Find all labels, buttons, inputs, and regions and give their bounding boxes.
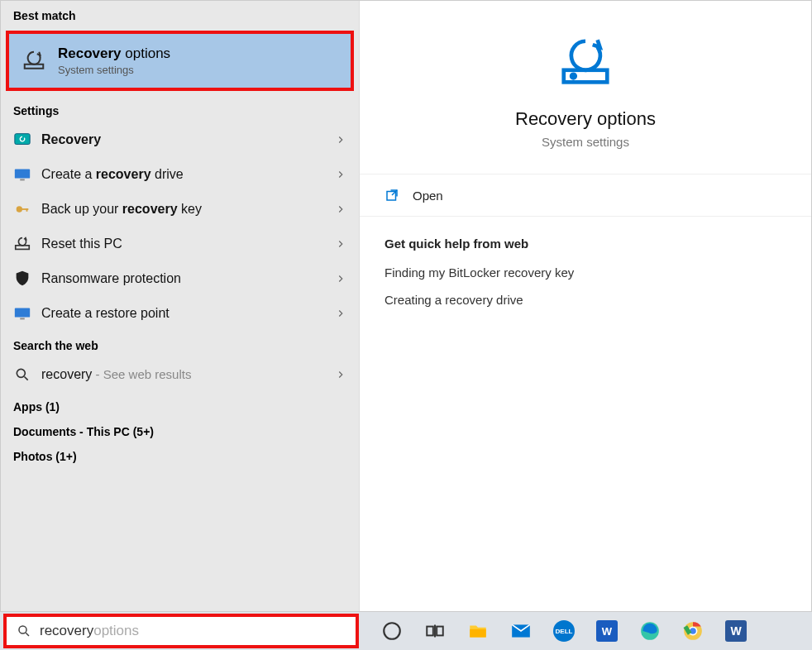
chevron-right-icon — [335, 238, 346, 250]
key-icon — [13, 200, 31, 218]
open-icon — [385, 188, 399, 203]
open-label: Open — [413, 189, 443, 203]
help-link-bitlocker[interactable]: Finding my BitLocker recovery key — [385, 265, 786, 280]
file-explorer-icon[interactable] — [461, 614, 494, 648]
preview-header: Recovery options System settings — [360, 1, 811, 174]
search-icon — [13, 366, 31, 384]
chevron-right-icon — [335, 308, 346, 319]
word-icon[interactable]: W — [719, 614, 752, 648]
search-results-pane: Best match Recovery options System setti… — [1, 1, 360, 611]
recovery-icon — [21, 49, 46, 74]
web-result-item[interactable]: recovery - See web results — [1, 357, 359, 392]
chevron-right-icon — [335, 369, 346, 380]
settings-item-backup-recovery-key[interactable]: Back up your recovery key — [1, 192, 359, 227]
search-suggestion-text: options — [93, 623, 139, 639]
reset-icon — [13, 235, 31, 253]
cortana-icon[interactable] — [375, 614, 408, 648]
best-match-header: Best match — [1, 1, 359, 27]
search-typed-text: recovery — [40, 623, 93, 639]
recovery-icon — [556, 34, 614, 92]
svg-rect-1 — [15, 170, 30, 179]
edge-icon[interactable] — [633, 614, 666, 648]
mail-icon[interactable] — [504, 614, 537, 648]
chevron-right-icon — [335, 273, 346, 284]
help-link-recovery-drive[interactable]: Creating a recovery drive — [385, 293, 786, 307]
category-apps[interactable]: Apps (1) — [1, 392, 359, 417]
shield-icon — [13, 270, 31, 288]
taskbar-icons: DELL W W — [375, 614, 752, 648]
svg-point-9 — [17, 369, 25, 377]
svg-rect-5 — [26, 208, 28, 212]
task-view-icon[interactable] — [418, 614, 451, 648]
search-icon — [17, 624, 31, 638]
help-header: Get quick help from web — [385, 237, 786, 251]
best-match-text: Recovery options System settings — [58, 45, 170, 76]
preview-title: Recovery options — [515, 108, 656, 130]
category-documents[interactable]: Documents - This PC (5+) — [1, 417, 359, 442]
recovery-color-icon — [13, 131, 31, 149]
help-section: Get quick help from web Finding my BitLo… — [360, 217, 811, 340]
dell-icon[interactable]: DELL — [547, 614, 580, 648]
svg-point-13 — [19, 626, 26, 633]
best-match-result[interactable]: Recovery options System settings — [6, 31, 354, 91]
chevron-right-icon — [335, 203, 346, 215]
svg-point-11 — [571, 74, 576, 79]
taskbar: recovery options DELL W W — [0, 612, 812, 650]
chevron-right-icon — [335, 134, 346, 146]
settings-item-ransomware-protection[interactable]: Ransomware protection — [1, 261, 359, 296]
svg-rect-16 — [437, 627, 443, 636]
svg-rect-8 — [20, 318, 25, 320]
preview-pane: Recovery options System settings Open Ge… — [360, 1, 811, 611]
open-action[interactable]: Open — [360, 174, 811, 217]
word-alt-icon[interactable]: W — [590, 614, 623, 648]
svg-rect-15 — [427, 627, 433, 636]
svg-rect-7 — [15, 308, 30, 318]
preview-subtitle: System settings — [542, 135, 629, 149]
search-web-header: Search the web — [1, 331, 359, 357]
svg-point-3 — [17, 206, 22, 212]
category-photos[interactable]: Photos (1+) — [1, 442, 359, 466]
svg-rect-0 — [15, 134, 30, 145]
settings-item-reset-pc[interactable]: Reset this PC — [1, 227, 359, 261]
taskbar-search-box[interactable]: recovery options — [3, 614, 359, 648]
svg-rect-18 — [470, 629, 486, 638]
settings-item-recovery[interactable]: Recovery — [1, 122, 359, 157]
settings-header: Settings — [1, 96, 359, 122]
settings-item-restore-point[interactable]: Create a restore point — [1, 296, 359, 331]
settings-item-create-recovery-drive[interactable]: Create a recovery drive — [1, 157, 359, 192]
svg-rect-2 — [20, 179, 25, 181]
svg-point-14 — [384, 623, 400, 639]
chrome-icon[interactable] — [676, 614, 709, 648]
monitor-icon — [13, 165, 31, 184]
monitor-icon — [13, 304, 31, 323]
chevron-right-icon — [335, 169, 346, 180]
